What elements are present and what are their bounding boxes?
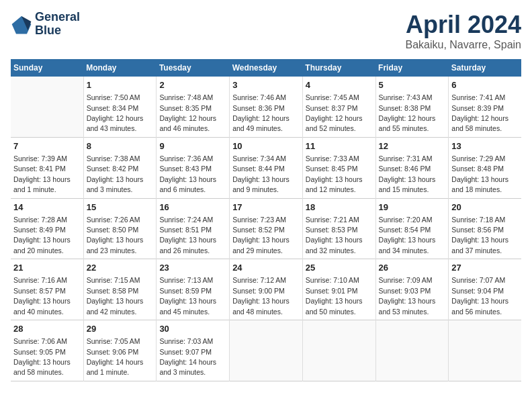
day-info: Sunrise: 7:05 AM Sunset: 9:06 PM Dayligh… [87,337,144,376]
day-info: Sunrise: 7:07 AM Sunset: 9:04 PM Dayligh… [451,276,508,315]
calendar-cell: 27Sunrise: 7:07 AM Sunset: 9:04 PM Dayli… [449,259,521,320]
week-row-3: 14Sunrise: 7:28 AM Sunset: 8:49 PM Dayli… [11,198,521,259]
calendar-cell: 5Sunrise: 7:43 AM Sunset: 8:38 PM Daylig… [375,77,449,137]
day-info: Sunrise: 7:23 AM Sunset: 8:52 PM Dayligh… [232,216,290,255]
day-info: Sunrise: 7:48 AM Sunset: 8:35 PM Dayligh… [159,93,216,132]
day-info: Sunrise: 7:18 AM Sunset: 8:56 PM Dayligh… [451,216,508,255]
day-info: Sunrise: 7:29 AM Sunset: 8:48 PM Dayligh… [451,154,508,193]
header-day-sunday: Sunday [11,59,83,77]
header-day-saturday: Saturday [449,59,521,77]
logo: General Blue [11,11,80,38]
day-info: Sunrise: 7:38 AM Sunset: 8:42 PM Dayligh… [87,154,144,193]
day-number: 12 [379,140,446,152]
calendar-cell: 12Sunrise: 7:31 AM Sunset: 8:46 PM Dayli… [375,137,449,198]
day-info: Sunrise: 7:34 AM Sunset: 8:44 PM Dayligh… [232,154,290,193]
day-number: 11 [306,140,373,152]
day-info: Sunrise: 7:31 AM Sunset: 8:46 PM Dayligh… [379,154,436,193]
calendar-cell: 11Sunrise: 7:33 AM Sunset: 8:45 PM Dayli… [302,137,375,198]
calendar-cell [449,320,521,381]
calendar-cell: 17Sunrise: 7:23 AM Sunset: 8:52 PM Dayli… [230,198,303,259]
day-info: Sunrise: 7:09 AM Sunset: 9:03 PM Dayligh… [379,276,436,315]
day-info: Sunrise: 7:15 AM Sunset: 8:58 PM Dayligh… [87,276,144,315]
calendar-cell: 1Sunrise: 7:50 AM Sunset: 8:34 PM Daylig… [83,77,157,137]
day-number: 8 [87,140,154,152]
calendar-cell [230,320,303,381]
day-number: 16 [159,201,226,214]
header-row: SundayMondayTuesdayWednesdayThursdayFrid… [11,59,521,77]
calendar-cell [375,320,449,381]
day-number: 18 [306,201,373,214]
title-block: April 2024 Bakaiku, Navarre, Spain [405,11,521,51]
day-number: 26 [379,262,446,274]
day-info: Sunrise: 7:06 AM Sunset: 9:05 PM Dayligh… [13,337,71,376]
calendar-cell: 16Sunrise: 7:24 AM Sunset: 8:51 PM Dayli… [157,198,230,259]
day-number: 24 [232,262,300,274]
calendar-cell: 6Sunrise: 7:41 AM Sunset: 8:39 PM Daylig… [449,77,521,137]
header-day-wednesday: Wednesday [230,59,303,77]
day-number: 9 [159,140,226,152]
day-number: 2 [159,79,226,91]
day-number: 14 [13,201,81,214]
logo-text-line1: General [35,11,80,24]
calendar-cell: 15Sunrise: 7:26 AM Sunset: 8:50 PM Dayli… [83,198,157,259]
day-info: Sunrise: 7:46 AM Sunset: 8:36 PM Dayligh… [232,93,290,132]
day-info: Sunrise: 7:20 AM Sunset: 8:54 PM Dayligh… [379,216,436,255]
calendar-cell: 28Sunrise: 7:06 AM Sunset: 9:05 PM Dayli… [11,320,83,381]
week-row-1: 1Sunrise: 7:50 AM Sunset: 8:34 PM Daylig… [11,77,521,137]
calendar-cell: 23Sunrise: 7:13 AM Sunset: 8:59 PM Dayli… [157,259,230,320]
day-number: 22 [87,262,154,274]
day-info: Sunrise: 7:39 AM Sunset: 8:41 PM Dayligh… [13,154,71,193]
page-header: General Blue April 2024 Bakaiku, Navarre… [11,11,521,51]
calendar-cell: 10Sunrise: 7:34 AM Sunset: 8:44 PM Dayli… [230,137,303,198]
day-info: Sunrise: 7:13 AM Sunset: 8:59 PM Dayligh… [159,276,216,315]
header-day-tuesday: Tuesday [157,59,230,77]
day-number: 19 [379,201,446,214]
calendar-cell: 30Sunrise: 7:03 AM Sunset: 9:07 PM Dayli… [157,320,230,381]
day-number: 23 [159,262,226,274]
calendar-cell: 2Sunrise: 7:48 AM Sunset: 8:35 PM Daylig… [157,77,230,137]
day-info: Sunrise: 7:41 AM Sunset: 8:39 PM Dayligh… [451,93,508,132]
calendar-cell: 9Sunrise: 7:36 AM Sunset: 8:43 PM Daylig… [157,137,230,198]
day-info: Sunrise: 7:12 AM Sunset: 9:00 PM Dayligh… [232,276,290,315]
calendar-cell: 25Sunrise: 7:10 AM Sunset: 9:01 PM Dayli… [302,259,375,320]
day-number: 17 [232,201,300,214]
header-day-friday: Friday [375,59,449,77]
day-info: Sunrise: 7:16 AM Sunset: 8:57 PM Dayligh… [13,276,71,315]
day-info: Sunrise: 7:50 AM Sunset: 8:34 PM Dayligh… [87,93,144,132]
day-number: 4 [306,79,373,91]
calendar-cell: 29Sunrise: 7:05 AM Sunset: 9:06 PM Dayli… [83,320,157,381]
day-number: 20 [451,201,519,214]
calendar-cell: 4Sunrise: 7:45 AM Sunset: 8:37 PM Daylig… [302,77,375,137]
day-info: Sunrise: 7:10 AM Sunset: 9:01 PM Dayligh… [306,276,363,315]
day-number: 6 [451,79,519,91]
day-number: 10 [232,140,300,152]
day-number: 13 [451,140,519,152]
day-info: Sunrise: 7:28 AM Sunset: 8:49 PM Dayligh… [13,216,71,255]
day-number: 15 [87,201,154,214]
day-number: 21 [13,262,81,274]
day-info: Sunrise: 7:03 AM Sunset: 9:07 PM Dayligh… [159,337,216,376]
calendar-cell: 24Sunrise: 7:12 AM Sunset: 9:00 PM Dayli… [230,259,303,320]
logo-text-line2: Blue [35,24,80,38]
calendar-cell [11,77,83,137]
day-info: Sunrise: 7:43 AM Sunset: 8:38 PM Dayligh… [379,93,436,132]
calendar-cell: 14Sunrise: 7:28 AM Sunset: 8:49 PM Dayli… [11,198,83,259]
header-day-monday: Monday [83,59,157,77]
day-info: Sunrise: 7:21 AM Sunset: 8:53 PM Dayligh… [306,216,363,255]
calendar-cell: 8Sunrise: 7:38 AM Sunset: 8:42 PM Daylig… [83,137,157,198]
day-number: 3 [232,79,300,91]
calendar-cell: 18Sunrise: 7:21 AM Sunset: 8:53 PM Dayli… [302,198,375,259]
day-info: Sunrise: 7:26 AM Sunset: 8:50 PM Dayligh… [87,216,144,255]
calendar-cell: 19Sunrise: 7:20 AM Sunset: 8:54 PM Dayli… [375,198,449,259]
day-info: Sunrise: 7:45 AM Sunset: 8:37 PM Dayligh… [306,93,363,132]
calendar-cell: 7Sunrise: 7:39 AM Sunset: 8:41 PM Daylig… [11,137,83,198]
day-number: 30 [159,323,226,335]
calendar-table: SundayMondayTuesdayWednesdayThursdayFrid… [11,59,521,381]
day-info: Sunrise: 7:24 AM Sunset: 8:51 PM Dayligh… [159,216,216,255]
header-day-thursday: Thursday [302,59,375,77]
calendar-cell: 22Sunrise: 7:15 AM Sunset: 8:58 PM Dayli… [83,259,157,320]
week-row-2: 7Sunrise: 7:39 AM Sunset: 8:41 PM Daylig… [11,137,521,198]
calendar-title: April 2024 [405,11,521,39]
week-row-5: 28Sunrise: 7:06 AM Sunset: 9:05 PM Dayli… [11,320,521,381]
day-number: 7 [13,140,81,152]
